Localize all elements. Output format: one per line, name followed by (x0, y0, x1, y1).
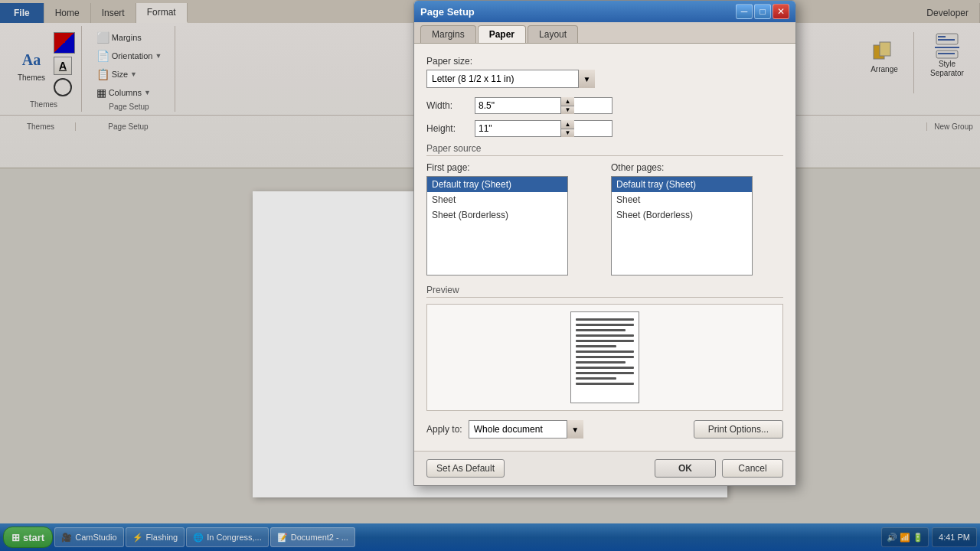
cancel-button[interactable]: Cancel (722, 459, 783, 478)
other-pages-item-0[interactable]: Default tray (Sheet) (612, 177, 752, 192)
dialog-tab-margins[interactable]: Margins (420, 25, 476, 43)
dialog-title: Page Setup (420, 6, 475, 18)
other-pages-list-wrapper: Default tray (Sheet) Sheet Sheet (Border… (611, 176, 783, 276)
modal-overlay: Page Setup ─ □ ✕ Margins Paper Layout Pa… (0, 0, 980, 551)
first-page-list[interactable]: Default tray (Sheet) Sheet Sheet (Border… (426, 176, 568, 276)
height-spinner: ▲ ▼ (475, 120, 574, 137)
ok-cancel-group: OK Cancel (655, 459, 783, 478)
ok-button[interactable]: OK (655, 459, 716, 478)
dialog-maximize-button[interactable]: □ (754, 4, 771, 19)
preview-line-6 (576, 345, 616, 347)
paper-size-select-wrapper: Letter (8 1/2 x 11 in) ▼ (426, 70, 595, 88)
apply-to-row: Apply to: Whole documentThis sectionThis… (426, 420, 783, 439)
dialog-titlebar: Page Setup ─ □ ✕ (414, 1, 795, 22)
preview-line-8 (576, 356, 634, 358)
preview-line-10 (576, 367, 634, 369)
dialog-body: Paper size: Letter (8 1/2 x 11 in) ▼ Wid… (414, 44, 795, 451)
preview-line-2 (576, 324, 634, 326)
dialog-controls: ─ □ ✕ (736, 4, 789, 19)
first-page-item-0[interactable]: Default tray (Sheet) (427, 177, 567, 192)
width-spin-down[interactable]: ▼ (561, 106, 574, 115)
width-row: Width: ▲ ▼ (426, 97, 783, 114)
paper-source-cols: First page: Default tray (Sheet) Sheet S… (426, 162, 783, 276)
other-pages-item-1[interactable]: Sheet (612, 192, 752, 207)
paper-size-select[interactable]: Letter (8 1/2 x 11 in) (426, 70, 595, 88)
width-spin-buttons: ▲ ▼ (560, 97, 574, 114)
dialog-tab-paper[interactable]: Paper (478, 25, 526, 43)
height-input[interactable] (475, 120, 612, 137)
set-as-default-button[interactable]: Set As Default (426, 459, 505, 478)
dialog-footer: Set As Default OK Cancel (414, 451, 795, 485)
dialog-close-button[interactable]: ✕ (773, 4, 789, 19)
preview-section: Preview (426, 285, 783, 411)
preview-label: Preview (426, 285, 783, 298)
height-row: Height: ▲ ▼ (426, 120, 783, 137)
other-pages-list[interactable]: Default tray (Sheet) Sheet Sheet (Border… (611, 176, 753, 276)
width-spinner: ▲ ▼ (475, 97, 574, 114)
width-spin-up[interactable]: ▲ (561, 97, 574, 106)
height-spin-down[interactable]: ▼ (561, 129, 574, 138)
height-spin-buttons: ▲ ▼ (560, 120, 574, 137)
preview-line-12 (576, 377, 616, 380)
apply-to-select-wrapper: Whole documentThis sectionThis point for… (469, 420, 583, 439)
preview-line-1 (576, 318, 634, 321)
print-options-button[interactable]: Print Options... (694, 420, 783, 439)
preview-page (570, 311, 639, 403)
paper-size-label: Paper size: (426, 56, 783, 67)
dialog-tab-bar: Margins Paper Layout (414, 22, 795, 44)
apply-to-select[interactable]: Whole documentThis sectionThis point for… (469, 420, 583, 439)
preview-line-9 (576, 361, 626, 364)
first-page-label: First page: (426, 162, 599, 173)
other-pages-label: Other pages: (611, 162, 783, 173)
preview-box (426, 304, 783, 411)
width-input[interactable] (475, 97, 612, 114)
other-pages-col: Other pages: Default tray (Sheet) Sheet … (611, 162, 783, 276)
preview-line-3 (576, 329, 626, 331)
height-spin-up[interactable]: ▲ (561, 120, 574, 129)
page-setup-dialog: Page Setup ─ □ ✕ Margins Paper Layout Pa… (413, 0, 796, 486)
other-pages-item-2[interactable]: Sheet (Borderless) (612, 207, 752, 223)
height-label: Height: (426, 123, 469, 134)
apply-to-label: Apply to: (426, 424, 462, 435)
first-page-item-1[interactable]: Sheet (427, 192, 567, 207)
first-page-col: First page: Default tray (Sheet) Sheet S… (426, 162, 599, 276)
preview-line-4 (576, 334, 634, 337)
dialog-minimize-button[interactable]: ─ (736, 4, 753, 19)
paper-size-group: Paper size: Letter (8 1/2 x 11 in) ▼ (426, 56, 783, 88)
preview-line-11 (576, 372, 634, 374)
preview-line-5 (576, 340, 634, 342)
dialog-tab-layout[interactable]: Layout (528, 25, 578, 43)
first-page-list-wrapper: Default tray (Sheet) Sheet Sheet (Border… (426, 176, 599, 276)
first-page-item-2[interactable]: Sheet (Borderless) (427, 207, 567, 223)
preview-line-7 (576, 350, 634, 353)
width-label: Width: (426, 100, 469, 111)
paper-source-section: Paper source (426, 143, 783, 156)
preview-line-13 (576, 383, 634, 385)
